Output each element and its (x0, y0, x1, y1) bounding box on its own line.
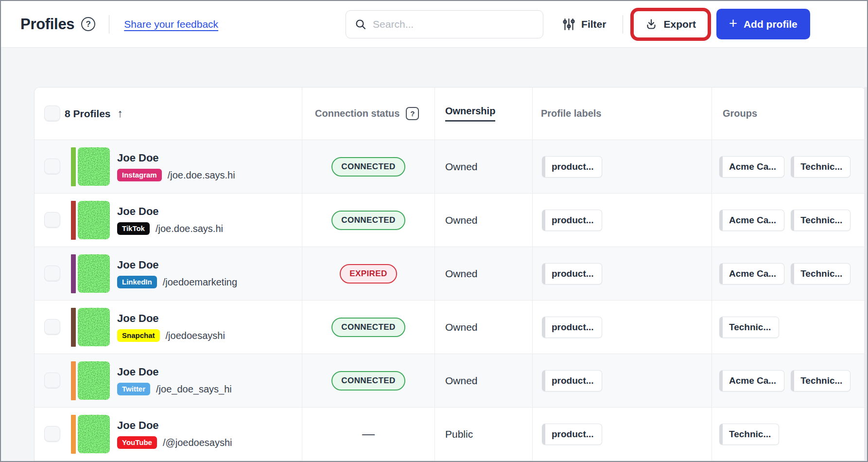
ownership-value: Public (445, 428, 473, 440)
profile-handle: /joedoesayshi (166, 330, 225, 341)
sort-ascending-icon[interactable]: ↑ (118, 107, 123, 120)
add-profile-button[interactable]: + Add profile (716, 9, 810, 39)
profile-label-chip[interactable]: product... (542, 210, 602, 231)
export-label: Export (663, 18, 696, 30)
profile-color-bar (71, 147, 76, 186)
filter-button[interactable]: Filter (563, 18, 606, 31)
profile-color-bar (71, 308, 76, 347)
download-icon (645, 18, 657, 30)
add-profile-label: Add profile (744, 18, 798, 30)
group-chip[interactable]: Technic... (791, 370, 851, 391)
labels-cell: product... (533, 194, 712, 247)
group-chip[interactable]: Technic... (719, 424, 779, 445)
ownership-value: Owned (445, 375, 478, 387)
labels-cell: product... (533, 140, 712, 193)
groups-cell: Acme Ca...Technic... (712, 247, 866, 300)
groups-cell: Technic... (712, 408, 866, 461)
search-box[interactable] (346, 10, 543, 38)
groups-cell: Acme Ca...Technic... (712, 140, 866, 193)
labels-cell: product... (533, 354, 712, 407)
table-row: Joe Doe YouTube /@joedoesayshi — Public … (35, 408, 866, 461)
profile-avatar[interactable] (78, 147, 110, 186)
group-chip[interactable]: Technic... (719, 317, 779, 338)
screenshot-frame: Profiles ? Share your feedback Filter (0, 0, 868, 462)
profile-name[interactable]: Joe Doe (117, 205, 223, 218)
column-profile-labels[interactable]: Profile labels (541, 108, 602, 119)
ownership-value: Owned (445, 161, 478, 173)
network-badge: YouTube (117, 436, 157, 449)
scrollbar-track[interactable] (864, 87, 867, 462)
connection-status-badge: CONNECTED (331, 157, 405, 177)
row-checkbox[interactable] (44, 426, 60, 442)
profile-avatar[interactable] (78, 254, 110, 293)
page-title: Profiles (20, 16, 74, 33)
ownership-value: Owned (445, 268, 478, 280)
profile-label-chip[interactable]: product... (542, 156, 602, 178)
group-chip[interactable]: Acme Ca... (719, 210, 784, 231)
content-area: 8 Profiles ↑ Connection status ? Ownersh… (1, 48, 867, 462)
row-checkbox[interactable] (44, 212, 60, 228)
network-badge: LinkedIn (117, 276, 157, 289)
groups-cell: Acme Ca...Technic... (712, 194, 866, 247)
connection-status-badge: CONNECTED (331, 318, 405, 337)
ownership-value: Owned (445, 321, 478, 333)
profile-handle: /joe_doe_says_hi (156, 384, 232, 395)
labels-cell: product... (533, 301, 712, 354)
connection-status-help-icon[interactable]: ? (406, 107, 419, 120)
select-all-checkbox[interactable] (44, 106, 60, 122)
group-chip[interactable]: Acme Ca... (719, 263, 784, 284)
table-body: Joe Doe Instagram /joe.doe.says.hi CONNE… (35, 140, 866, 461)
profile-handle: /joe.doe.says.hi (156, 223, 223, 234)
profile-avatar[interactable] (78, 201, 110, 239)
row-checkbox[interactable] (44, 373, 60, 389)
labels-cell: product... (533, 247, 712, 300)
column-groups[interactable]: Groups (723, 108, 757, 119)
group-chip[interactable]: Technic... (791, 210, 851, 231)
share-feedback-link[interactable]: Share your feedback (124, 18, 218, 30)
group-chip[interactable]: Acme Ca... (719, 156, 784, 178)
profile-label-chip[interactable]: product... (542, 370, 602, 391)
profile-avatar[interactable] (78, 308, 110, 346)
table-row: Joe Doe LinkedIn /joedoemarketing EXPIRE… (35, 247, 866, 301)
profile-avatar[interactable] (78, 361, 110, 400)
profile-handle: /joe.doe.says.hi (168, 170, 235, 181)
profile-name[interactable]: Joe Doe (117, 152, 235, 164)
group-chip[interactable]: Technic... (791, 263, 851, 284)
row-checkbox[interactable] (44, 319, 60, 335)
group-chip[interactable]: Acme Ca... (719, 370, 784, 391)
table-row: Joe Doe Snapchat /joedoesayshi CONNECTED… (35, 301, 866, 354)
row-checkbox[interactable] (44, 266, 60, 282)
network-badge: Snapchat (117, 329, 160, 342)
profile-label-chip[interactable]: product... (542, 317, 602, 338)
profile-name[interactable]: Joe Doe (117, 259, 237, 271)
column-ownership[interactable]: Ownership (445, 106, 495, 122)
network-badge: TikTok (117, 222, 150, 235)
connection-status-badge: CONNECTED (331, 211, 405, 230)
profiles-count[interactable]: 8 Profiles (65, 108, 111, 120)
header-divider (109, 15, 109, 34)
profile-avatar[interactable] (78, 415, 110, 453)
table-row: Joe Doe TikTok /joe.doe.says.hi CONNECTE… (35, 194, 866, 247)
network-badge: Instagram (117, 169, 162, 182)
connection-status-badge: — (362, 426, 375, 442)
column-connection-status[interactable]: Connection status (315, 108, 399, 119)
profile-label-chip[interactable]: product... (542, 263, 602, 284)
help-icon[interactable]: ? (81, 17, 95, 31)
filter-label: Filter (581, 18, 606, 30)
profile-label-chip[interactable]: product... (542, 424, 602, 445)
group-chip[interactable]: Technic... (791, 156, 851, 178)
search-input[interactable] (373, 18, 534, 30)
export-highlight-annotation: Export (630, 8, 711, 41)
export-button[interactable]: Export (635, 12, 707, 36)
network-badge: Twitter (117, 383, 150, 396)
profile-name[interactable]: Joe Doe (117, 366, 232, 378)
profile-name[interactable]: Joe Doe (117, 419, 232, 432)
table-row: Joe Doe Twitter /joe_doe_says_hi CONNECT… (35, 354, 866, 408)
search-icon (355, 18, 366, 30)
profile-name[interactable]: Joe Doe (117, 312, 225, 325)
profile-handle: /joedoemarketing (163, 277, 237, 288)
plus-icon: + (729, 17, 737, 31)
row-checkbox[interactable] (44, 159, 60, 175)
profiles-table: 8 Profiles ↑ Connection status ? Ownersh… (34, 87, 866, 462)
table-row: Joe Doe Instagram /joe.doe.says.hi CONNE… (35, 140, 866, 194)
